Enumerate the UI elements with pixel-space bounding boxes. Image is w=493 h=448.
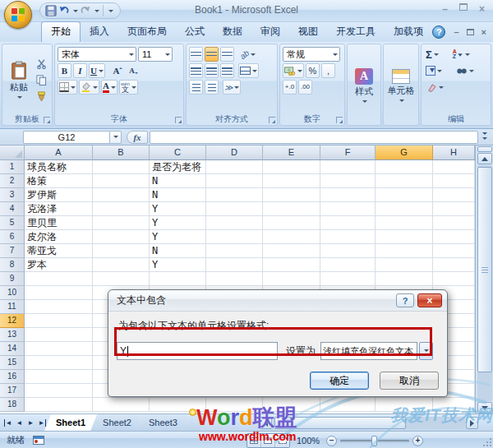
cell-B5[interactable]: [93, 216, 150, 230]
cell-B7[interactable]: [93, 244, 150, 258]
format-painter-icon[interactable]: [35, 89, 48, 104]
cell-E18[interactable]: [263, 398, 320, 412]
horizontal-scroll-track[interactable]: [273, 417, 465, 429]
phonetic-button[interactable]: wén文: [119, 80, 138, 95]
cell-H2[interactable]: [433, 174, 475, 188]
sheet-tab-Sheet3[interactable]: Sheet3: [137, 414, 189, 431]
fill-color-button[interactable]: [79, 80, 99, 95]
contains-text-input[interactable]: Y: [117, 342, 278, 360]
row-header-17[interactable]: 17: [0, 384, 25, 398]
copy-icon[interactable]: [35, 72, 48, 87]
row-header-16[interactable]: 16: [0, 370, 25, 384]
increase-decimal-button[interactable]: +.0: [283, 80, 297, 95]
format-select[interactable]: 浅红填充色深红色文本: [320, 342, 417, 360]
workbook-minimize-icon[interactable]: –: [454, 27, 458, 37]
cell-G2[interactable]: [376, 174, 433, 188]
cell-H7[interactable]: [433, 244, 475, 258]
sheet-tab-Sheet2[interactable]: Sheet2: [91, 414, 143, 431]
cell-C1[interactable]: 是否为老将: [150, 160, 206, 174]
cancel-button[interactable]: 取消: [380, 372, 439, 390]
font-size-combo[interactable]: 11: [138, 47, 173, 62]
ribbon-tab-数据[interactable]: 数据: [214, 22, 251, 42]
column-header-C[interactable]: C: [150, 145, 206, 160]
scroll-up-icon[interactable]: [477, 153, 492, 164]
cell-H3[interactable]: [433, 188, 475, 202]
decrease-decimal-button[interactable]: .00: [298, 80, 312, 95]
cell-G8[interactable]: [376, 258, 433, 272]
select-all-corner[interactable]: [0, 145, 25, 160]
page-break-view-button[interactable]: [275, 434, 289, 447]
cell-C5[interactable]: Y: [150, 216, 206, 230]
resize-grip[interactable]: [481, 436, 492, 447]
close-icon[interactable]: ×: [479, 3, 485, 15]
ribbon-tab-审阅[interactable]: 审阅: [251, 22, 289, 42]
row-header-11[interactable]: 11: [0, 300, 25, 314]
cell-E1[interactable]: [263, 160, 320, 174]
cell-A15[interactable]: [25, 356, 93, 370]
sheet-tab-Sheet1[interactable]: Sheet1: [44, 414, 97, 431]
decrease-indent-button[interactable]: [189, 80, 203, 95]
column-header-G[interactable]: G: [376, 145, 433, 160]
cell-E4[interactable]: [263, 202, 320, 216]
align-top-button[interactable]: [189, 47, 203, 62]
ribbon-tab-插入[interactable]: 插入: [81, 22, 118, 42]
cell-B8[interactable]: [93, 258, 150, 272]
italic-button[interactable]: I: [73, 63, 87, 78]
cell-H8[interactable]: [433, 258, 475, 272]
cell-F18[interactable]: [320, 398, 376, 412]
cells-button[interactable]: 单元格: [386, 69, 416, 103]
zoom-slider-thumb[interactable]: [371, 436, 377, 446]
cell-C2[interactable]: N: [150, 174, 206, 188]
vertical-scroll-track[interactable]: [477, 165, 492, 401]
cell-D6[interactable]: [206, 230, 263, 244]
cell-A4[interactable]: 克洛泽: [25, 202, 93, 216]
cell-C7[interactable]: N: [150, 244, 206, 258]
cell-A10[interactable]: [25, 286, 93, 300]
format-dropdown-icon[interactable]: [419, 342, 433, 360]
cell-E6[interactable]: [263, 230, 320, 244]
row-header-3[interactable]: 3: [0, 188, 25, 202]
clipboard-dialog-launcher-icon[interactable]: [44, 117, 50, 123]
row-header-7[interactable]: 7: [0, 244, 25, 258]
dialog-title-bar[interactable]: 文本中包含 ? ×: [108, 290, 447, 312]
cell-C6[interactable]: Y: [150, 230, 206, 244]
align-center-button[interactable]: [205, 63, 219, 78]
cell-G18[interactable]: [376, 398, 433, 412]
cell-A6[interactable]: 皮尔洛: [25, 230, 93, 244]
cell-H9[interactable]: [433, 272, 475, 286]
cell-G5[interactable]: [376, 216, 433, 230]
font-color-button[interactable]: A: [101, 80, 117, 95]
alignment-dialog-launcher-icon[interactable]: [269, 117, 275, 123]
cell-C18[interactable]: [150, 398, 206, 412]
macro-record-icon[interactable]: [33, 436, 44, 445]
styles-button[interactable]: A 样式: [349, 68, 379, 104]
cell-B2[interactable]: [93, 174, 150, 188]
normal-view-button[interactable]: [247, 434, 261, 447]
shrink-font-button[interactable]: A: [127, 63, 141, 78]
row-header-8[interactable]: 8: [0, 258, 25, 272]
orientation-button[interactable]: ab: [238, 47, 257, 62]
number-dialog-launcher-icon[interactable]: [336, 117, 343, 123]
cell-A16[interactable]: [25, 370, 93, 384]
cell-A3[interactable]: 罗伊斯: [25, 188, 93, 202]
cell-A12[interactable]: [25, 314, 93, 328]
cell-D7[interactable]: [206, 244, 263, 258]
row-header-9[interactable]: 9: [0, 272, 25, 286]
font-name-combo[interactable]: 宋体: [58, 47, 136, 62]
merge-center-button[interactable]: [238, 63, 259, 78]
row-header-5[interactable]: 5: [0, 216, 25, 230]
cell-E5[interactable]: [263, 216, 320, 230]
ribbon-tab-公式[interactable]: 公式: [176, 22, 214, 42]
ribbon-tab-页面布局[interactable]: 页面布局: [118, 22, 176, 42]
cell-G3[interactable]: [376, 188, 433, 202]
cell-B4[interactable]: [93, 202, 150, 216]
column-header-B[interactable]: B: [93, 145, 150, 160]
paste-button[interactable]: 粘贴: [4, 61, 34, 99]
scroll-right-icon[interactable]: [466, 417, 478, 429]
cell-F8[interactable]: [320, 258, 376, 272]
next-sheet-icon[interactable]: ►: [25, 417, 36, 429]
cell-D5[interactable]: [206, 216, 263, 230]
cell-F9[interactable]: [320, 272, 376, 286]
cell-C3[interactable]: N: [150, 188, 206, 202]
row-header-13[interactable]: 13: [0, 328, 25, 342]
